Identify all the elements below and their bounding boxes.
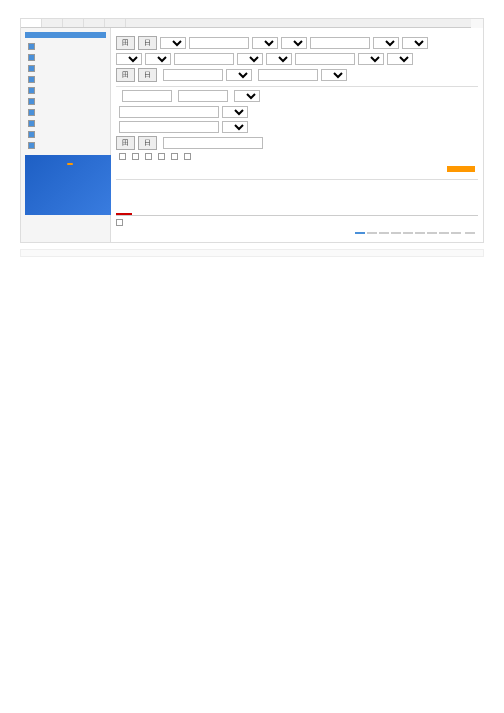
and-select[interactable]	[116, 53, 142, 65]
checkbox-icon[interactable]	[184, 153, 191, 160]
tab-pro[interactable]	[42, 19, 63, 27]
sort-tab[interactable]	[132, 207, 148, 215]
checkbox-icon[interactable]	[28, 76, 35, 83]
group-browse	[116, 179, 478, 186]
sidebar	[21, 28, 111, 242]
pagination	[116, 229, 478, 237]
precise-select[interactable]	[402, 37, 428, 49]
sidebar-item[interactable]	[25, 140, 106, 151]
has-select-2[interactable]	[266, 53, 292, 65]
tab-oneframe[interactable]	[105, 19, 126, 27]
page-number[interactable]	[439, 232, 449, 234]
sidebar-item[interactable]	[25, 96, 106, 107]
author-precise[interactable]	[226, 69, 252, 81]
author-input[interactable]	[163, 69, 223, 81]
page-number[interactable]	[415, 232, 425, 234]
field-select[interactable]	[160, 37, 186, 49]
unit-input[interactable]	[258, 69, 318, 81]
keyword-input-3[interactable]	[174, 53, 234, 65]
page-number[interactable]	[451, 232, 461, 234]
checkbox-icon[interactable]	[28, 43, 35, 50]
tab-author[interactable]	[63, 19, 84, 27]
keyword-input-2[interactable]	[310, 37, 370, 49]
freq-select[interactable]	[252, 37, 278, 49]
checkbox-icon[interactable]	[132, 153, 139, 160]
checkbox-icon[interactable]	[158, 153, 165, 160]
fund-input[interactable]	[119, 121, 219, 133]
checkbox-icon[interactable]	[28, 98, 35, 105]
field-select-2[interactable]	[145, 53, 171, 65]
unit-fuzzy[interactable]	[321, 69, 347, 81]
promo-year	[67, 163, 73, 165]
source-fuzzy[interactable]	[222, 106, 248, 118]
sidebar-item[interactable]	[25, 63, 106, 74]
freq-select-4[interactable]	[358, 53, 384, 65]
checkbox-icon[interactable]	[28, 142, 35, 149]
remove-button[interactable]: 日	[138, 36, 157, 50]
sidebar-item[interactable]	[25, 74, 106, 85]
freq-select-2[interactable]	[373, 37, 399, 49]
checkbox-icon[interactable]	[116, 219, 123, 226]
freq-select-3[interactable]	[237, 53, 263, 65]
checkbox-icon[interactable]	[171, 153, 178, 160]
promo-banner[interactable]	[25, 155, 115, 215]
page-number[interactable]	[427, 232, 437, 234]
sidebar-item[interactable]	[25, 118, 106, 129]
next-page[interactable]	[465, 232, 475, 234]
sidebar-item[interactable]	[25, 41, 106, 52]
source-input[interactable]	[119, 106, 219, 118]
date-from-input[interactable]	[122, 90, 172, 102]
tab-advanced[interactable]	[21, 19, 42, 27]
checkbox-icon[interactable]	[119, 153, 126, 160]
remove-button-2[interactable]: 日	[138, 68, 157, 82]
has-select[interactable]	[281, 37, 307, 49]
tab-sentence[interactable]	[84, 19, 105, 27]
sidebar-item[interactable]	[25, 85, 106, 96]
page-number[interactable]	[403, 232, 413, 234]
sidebar-header	[25, 32, 106, 38]
breadcrumb	[20, 249, 484, 257]
page-number[interactable]	[367, 232, 377, 234]
sidebar-item[interactable]	[25, 107, 106, 118]
add-button-3[interactable]: 田	[116, 136, 135, 150]
checkbox-icon[interactable]	[28, 87, 35, 94]
page-number[interactable]	[391, 232, 401, 234]
sort-tab[interactable]	[164, 207, 180, 215]
fund-fuzzy[interactable]	[222, 121, 248, 133]
sidebar-item[interactable]	[25, 52, 106, 63]
page-number[interactable]	[355, 232, 365, 234]
keyword-input[interactable]	[189, 37, 249, 49]
add-button[interactable]: 田	[116, 36, 135, 50]
sort-tab[interactable]	[116, 207, 132, 215]
checkbox-icon[interactable]	[28, 120, 35, 127]
knw-screenshot: 田 日 田 日	[20, 18, 484, 243]
cls-input[interactable]	[163, 137, 263, 149]
page-number[interactable]	[379, 232, 389, 234]
keyword-input-4[interactable]	[295, 53, 355, 65]
sort-tab[interactable]	[148, 207, 164, 215]
search-tabs	[21, 19, 471, 28]
checkbox-icon[interactable]	[28, 65, 35, 72]
date-to-input[interactable]	[178, 90, 228, 102]
update-select[interactable]	[234, 90, 260, 102]
search-form: 田 日 田 日	[111, 28, 483, 242]
checkbox-icon[interactable]	[145, 153, 152, 160]
checkbox-icon[interactable]	[28, 109, 35, 116]
top-right-links[interactable]	[471, 19, 483, 27]
checkbox-icon[interactable]	[28, 131, 35, 138]
sidebar-item[interactable]	[25, 129, 106, 140]
selected-text	[116, 196, 478, 202]
precise-select-2[interactable]	[387, 53, 413, 65]
remove-button-3[interactable]: 日	[138, 136, 157, 150]
checkbox-icon[interactable]	[28, 54, 35, 61]
search-button[interactable]	[447, 166, 475, 172]
add-button-2[interactable]: 田	[116, 68, 135, 82]
